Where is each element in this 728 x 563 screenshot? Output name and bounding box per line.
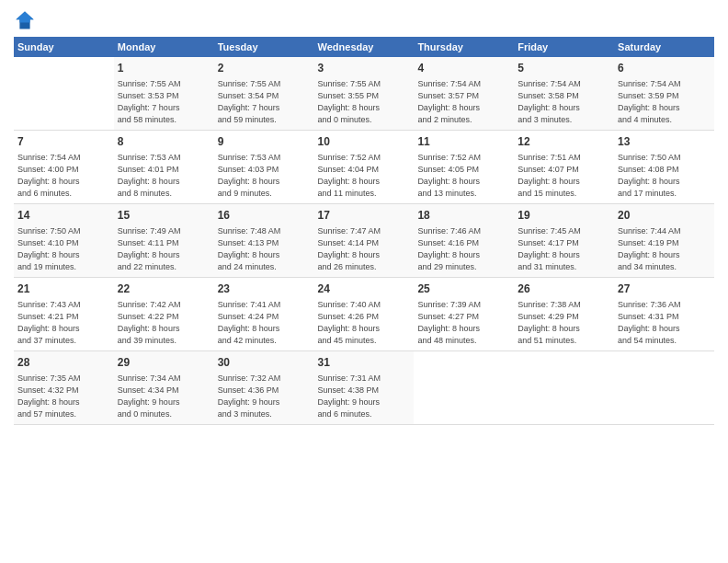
- cell-info: Sunrise: 7:48 AM Sunset: 4:13 PM Dayligh…: [218, 225, 311, 273]
- day-header-wednesday: Wednesday: [314, 37, 415, 57]
- cell-info: Sunrise: 7:32 AM Sunset: 4:36 PM Dayligh…: [218, 373, 311, 420]
- calendar-cell: 4Sunrise: 7:54 AM Sunset: 3:57 PM Daylig…: [414, 57, 514, 130]
- day-number: 29: [118, 355, 210, 371]
- calendar-cell: [514, 350, 614, 424]
- calendar-cell: 17Sunrise: 7:47 AM Sunset: 4:14 PM Dayli…: [314, 203, 415, 277]
- cell-info: Sunrise: 7:55 AM Sunset: 3:53 PM Dayligh…: [118, 78, 210, 126]
- calendar-cell: 22Sunrise: 7:42 AM Sunset: 4:22 PM Dayli…: [114, 277, 214, 350]
- calendar-cell: 23Sunrise: 7:41 AM Sunset: 4:24 PM Dayli…: [214, 277, 314, 350]
- day-number: 20: [618, 208, 711, 224]
- calendar-table: SundayMondayTuesdayWednesdayThursdayFrid…: [14, 37, 714, 425]
- day-number: 1: [118, 61, 210, 76]
- cell-info: Sunrise: 7:41 AM Sunset: 4:24 PM Dayligh…: [218, 299, 311, 347]
- calendar-cell: [614, 350, 714, 424]
- cell-info: Sunrise: 7:50 AM Sunset: 4:08 PM Dayligh…: [618, 152, 711, 200]
- day-number: 22: [118, 282, 210, 297]
- calendar-cell: 7Sunrise: 7:54 AM Sunset: 4:00 PM Daylig…: [14, 130, 114, 203]
- cell-info: Sunrise: 7:51 AM Sunset: 4:07 PM Dayligh…: [518, 152, 610, 200]
- cell-info: Sunrise: 7:49 AM Sunset: 4:11 PM Dayligh…: [118, 225, 210, 273]
- calendar-cell: 10Sunrise: 7:52 AM Sunset: 4:04 PM Dayli…: [314, 130, 415, 203]
- cell-info: Sunrise: 7:34 AM Sunset: 4:34 PM Dayligh…: [118, 373, 210, 420]
- calendar-cell: 11Sunrise: 7:52 AM Sunset: 4:05 PM Dayli…: [414, 130, 514, 203]
- calendar-cell: 25Sunrise: 7:39 AM Sunset: 4:27 PM Dayli…: [414, 277, 514, 350]
- day-number: 9: [218, 134, 311, 150]
- svg-marker-1: [16, 11, 33, 22]
- cell-info: Sunrise: 7:43 AM Sunset: 4:21 PM Dayligh…: [17, 299, 110, 347]
- calendar-cell: 15Sunrise: 7:49 AM Sunset: 4:11 PM Dayli…: [114, 203, 214, 277]
- cell-info: Sunrise: 7:52 AM Sunset: 4:04 PM Dayligh…: [318, 152, 411, 200]
- calendar-cell: 26Sunrise: 7:38 AM Sunset: 4:29 PM Dayli…: [514, 277, 614, 350]
- day-number: 7: [17, 134, 110, 150]
- calendar-cell: 5Sunrise: 7:54 AM Sunset: 3:58 PM Daylig…: [514, 57, 614, 130]
- cell-info: Sunrise: 7:36 AM Sunset: 4:31 PM Dayligh…: [618, 299, 711, 347]
- header: [14, 9, 714, 31]
- day-number: 10: [318, 134, 411, 150]
- day-number: 25: [417, 282, 510, 297]
- page-container: SundayMondayTuesdayWednesdayThursdayFrid…: [0, 0, 728, 434]
- calendar-cell: 30Sunrise: 7:32 AM Sunset: 4:36 PM Dayli…: [214, 350, 314, 424]
- logo: [14, 9, 40, 31]
- day-header-friday: Friday: [514, 37, 614, 57]
- logo-icon: [14, 9, 36, 31]
- week-row-4: 21Sunrise: 7:43 AM Sunset: 4:21 PM Dayli…: [14, 277, 714, 350]
- cell-info: Sunrise: 7:47 AM Sunset: 4:14 PM Dayligh…: [318, 225, 411, 273]
- header-row: SundayMondayTuesdayWednesdayThursdayFrid…: [14, 37, 714, 57]
- calendar-cell: 27Sunrise: 7:36 AM Sunset: 4:31 PM Dayli…: [614, 277, 714, 350]
- cell-info: Sunrise: 7:45 AM Sunset: 4:17 PM Dayligh…: [518, 225, 610, 273]
- day-header-thursday: Thursday: [414, 37, 514, 57]
- cell-info: Sunrise: 7:54 AM Sunset: 3:57 PM Dayligh…: [417, 78, 510, 126]
- cell-info: Sunrise: 7:31 AM Sunset: 4:38 PM Dayligh…: [318, 373, 411, 420]
- day-number: 15: [118, 208, 210, 224]
- day-number: 12: [518, 134, 610, 150]
- calendar-cell: 2Sunrise: 7:55 AM Sunset: 3:54 PM Daylig…: [214, 57, 314, 130]
- calendar-cell: 19Sunrise: 7:45 AM Sunset: 4:17 PM Dayli…: [514, 203, 614, 277]
- week-row-5: 28Sunrise: 7:35 AM Sunset: 4:32 PM Dayli…: [14, 350, 714, 424]
- day-number: 19: [518, 208, 610, 224]
- calendar-cell: 3Sunrise: 7:55 AM Sunset: 3:55 PM Daylig…: [314, 57, 415, 130]
- calendar-cell: 9Sunrise: 7:53 AM Sunset: 4:03 PM Daylig…: [214, 130, 314, 203]
- calendar-cell: [414, 350, 514, 424]
- day-number: 5: [518, 61, 610, 76]
- day-number: 4: [417, 61, 510, 76]
- cell-info: Sunrise: 7:39 AM Sunset: 4:27 PM Dayligh…: [417, 299, 510, 347]
- day-number: 26: [518, 282, 610, 297]
- calendar-cell: 20Sunrise: 7:44 AM Sunset: 4:19 PM Dayli…: [614, 203, 714, 277]
- day-number: 16: [218, 208, 311, 224]
- calendar-cell: 12Sunrise: 7:51 AM Sunset: 4:07 PM Dayli…: [514, 130, 614, 203]
- cell-info: Sunrise: 7:55 AM Sunset: 3:54 PM Dayligh…: [218, 78, 311, 126]
- calendar-cell: 29Sunrise: 7:34 AM Sunset: 4:34 PM Dayli…: [114, 350, 214, 424]
- day-number: 8: [118, 134, 210, 150]
- day-number: 11: [417, 134, 510, 150]
- week-row-2: 7Sunrise: 7:54 AM Sunset: 4:00 PM Daylig…: [14, 130, 714, 203]
- calendar-cell: 28Sunrise: 7:35 AM Sunset: 4:32 PM Dayli…: [14, 350, 114, 424]
- day-number: 21: [17, 282, 110, 297]
- cell-info: Sunrise: 7:55 AM Sunset: 3:55 PM Dayligh…: [318, 78, 411, 126]
- week-row-1: 1Sunrise: 7:55 AM Sunset: 3:53 PM Daylig…: [14, 57, 714, 130]
- day-number: 27: [618, 282, 711, 297]
- calendar-cell: 6Sunrise: 7:54 AM Sunset: 3:59 PM Daylig…: [614, 57, 714, 130]
- cell-info: Sunrise: 7:46 AM Sunset: 4:16 PM Dayligh…: [417, 225, 510, 273]
- day-number: 28: [17, 355, 110, 371]
- cell-info: Sunrise: 7:53 AM Sunset: 4:01 PM Dayligh…: [118, 152, 210, 200]
- cell-info: Sunrise: 7:54 AM Sunset: 3:58 PM Dayligh…: [518, 78, 610, 126]
- calendar-cell: 24Sunrise: 7:40 AM Sunset: 4:26 PM Dayli…: [314, 277, 415, 350]
- cell-info: Sunrise: 7:44 AM Sunset: 4:19 PM Dayligh…: [618, 225, 711, 273]
- week-row-3: 14Sunrise: 7:50 AM Sunset: 4:10 PM Dayli…: [14, 203, 714, 277]
- day-number: 24: [318, 282, 411, 297]
- calendar-cell: 1Sunrise: 7:55 AM Sunset: 3:53 PM Daylig…: [114, 57, 214, 130]
- cell-info: Sunrise: 7:38 AM Sunset: 4:29 PM Dayligh…: [518, 299, 610, 347]
- day-number: 17: [318, 208, 411, 224]
- cell-info: Sunrise: 7:40 AM Sunset: 4:26 PM Dayligh…: [318, 299, 411, 347]
- cell-info: Sunrise: 7:52 AM Sunset: 4:05 PM Dayligh…: [417, 152, 510, 200]
- calendar-cell: 31Sunrise: 7:31 AM Sunset: 4:38 PM Dayli…: [314, 350, 415, 424]
- day-number: 14: [17, 208, 110, 224]
- calendar-cell: 16Sunrise: 7:48 AM Sunset: 4:13 PM Dayli…: [214, 203, 314, 277]
- day-number: 18: [417, 208, 510, 224]
- day-number: 6: [618, 61, 711, 76]
- cell-info: Sunrise: 7:50 AM Sunset: 4:10 PM Dayligh…: [17, 225, 110, 273]
- day-header-monday: Monday: [114, 37, 214, 57]
- day-number: 23: [218, 282, 311, 297]
- day-number: 2: [218, 61, 311, 76]
- calendar-cell: [14, 57, 114, 130]
- day-number: 3: [318, 61, 411, 76]
